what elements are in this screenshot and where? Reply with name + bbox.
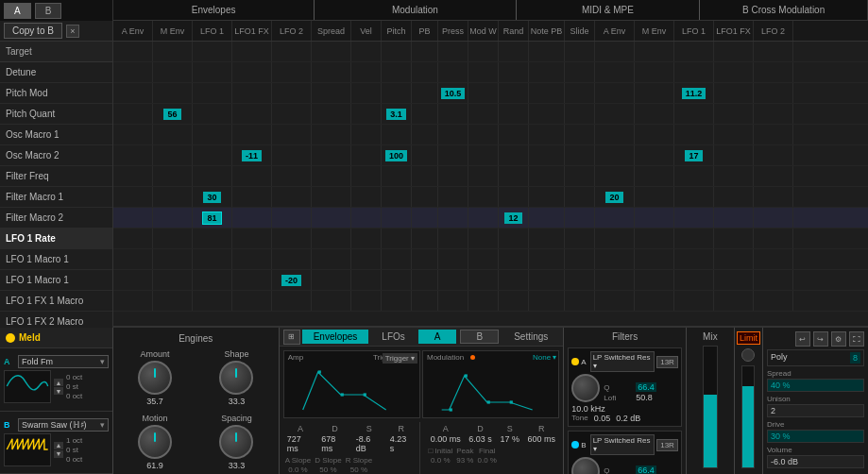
cell[interactable] bbox=[232, 166, 272, 186]
filter-b-db[interactable]: 13R bbox=[656, 439, 678, 451]
cell[interactable] bbox=[754, 42, 793, 61]
cell[interactable] bbox=[232, 187, 272, 207]
cell[interactable] bbox=[272, 166, 312, 186]
cell-ffreq-lfo1fx[interactable]: -11 bbox=[232, 145, 272, 165]
cell[interactable] bbox=[272, 104, 312, 124]
lfos-tab[interactable]: LFOs bbox=[370, 330, 416, 344]
cell[interactable] bbox=[595, 104, 635, 124]
cell[interactable] bbox=[754, 166, 793, 186]
trigger-button[interactable]: Trigger bbox=[383, 353, 417, 364]
cell[interactable] bbox=[714, 42, 754, 61]
cell[interactable] bbox=[438, 249, 468, 269]
nav-down-arrow[interactable]: ▼ bbox=[54, 450, 63, 458]
cell[interactable] bbox=[193, 166, 232, 186]
cell[interactable] bbox=[499, 270, 529, 290]
cell[interactable] bbox=[351, 42, 382, 61]
cell[interactable] bbox=[565, 208, 595, 228]
cell[interactable] bbox=[635, 125, 674, 144]
cell[interactable] bbox=[499, 187, 529, 207]
meld-led[interactable] bbox=[6, 333, 15, 343]
cell[interactable] bbox=[438, 166, 468, 186]
cell[interactable] bbox=[232, 249, 272, 269]
cell[interactable] bbox=[438, 229, 468, 248]
filter-b-led[interactable] bbox=[571, 441, 579, 449]
cell[interactable] bbox=[438, 125, 468, 144]
cell[interactable] bbox=[232, 270, 272, 290]
shape-knob[interactable] bbox=[219, 361, 253, 395]
cell[interactable] bbox=[674, 125, 714, 144]
list-item[interactable]: LFO 1 FX 1 Macro bbox=[0, 291, 112, 312]
cell[interactable] bbox=[351, 208, 382, 228]
cell[interactable] bbox=[312, 208, 351, 228]
inst-b-name[interactable]: Swarm Saw (ℍ♯) ▾ bbox=[18, 418, 109, 432]
settings-tab[interactable]: Settings bbox=[502, 330, 559, 344]
cell[interactable] bbox=[153, 187, 193, 207]
cell[interactable] bbox=[382, 166, 412, 186]
cell[interactable] bbox=[529, 42, 565, 61]
cell[interactable] bbox=[499, 83, 529, 103]
redo-icon[interactable]: ↪ bbox=[813, 331, 828, 347]
cell[interactable] bbox=[499, 229, 529, 248]
cell[interactable] bbox=[113, 104, 153, 124]
cell[interactable] bbox=[312, 145, 351, 165]
cell[interactable] bbox=[468, 270, 499, 290]
cell[interactable] bbox=[674, 62, 714, 82]
cell[interactable] bbox=[272, 229, 312, 248]
cell[interactable] bbox=[312, 42, 351, 61]
cell[interactable] bbox=[113, 83, 153, 103]
cell[interactable] bbox=[153, 229, 193, 248]
motion-knob[interactable] bbox=[138, 425, 172, 459]
cell[interactable] bbox=[595, 229, 635, 248]
cell[interactable] bbox=[382, 187, 412, 207]
cell[interactable] bbox=[312, 166, 351, 186]
cell[interactable] bbox=[272, 62, 312, 82]
cell[interactable] bbox=[312, 187, 351, 207]
cell[interactable] bbox=[754, 83, 793, 103]
cell[interactable] bbox=[382, 229, 412, 248]
cell[interactable] bbox=[595, 166, 635, 186]
cell[interactable] bbox=[382, 270, 412, 290]
cell[interactable] bbox=[499, 145, 529, 165]
cell[interactable] bbox=[529, 208, 565, 228]
cell[interactable] bbox=[565, 104, 595, 124]
cell[interactable] bbox=[113, 62, 153, 82]
filter-b-type[interactable]: LP Switched Res ▾ bbox=[590, 434, 655, 455]
cell[interactable] bbox=[312, 104, 351, 124]
cell[interactable] bbox=[272, 187, 312, 207]
cell-osc1-pitch[interactable]: 3.1 bbox=[382, 104, 412, 124]
cell[interactable] bbox=[754, 249, 793, 269]
cell[interactable] bbox=[382, 249, 412, 269]
limit-title[interactable]: Limit bbox=[737, 331, 760, 345]
cell[interactable] bbox=[193, 229, 232, 248]
cell[interactable] bbox=[529, 187, 565, 207]
cell[interactable] bbox=[714, 229, 754, 248]
cell[interactable] bbox=[412, 208, 438, 228]
cell[interactable] bbox=[714, 83, 754, 103]
cell[interactable] bbox=[529, 249, 565, 269]
cell[interactable] bbox=[754, 187, 793, 207]
filter-a-led[interactable] bbox=[571, 358, 579, 365]
inst-b-nav[interactable]: ▲ ▼ bbox=[54, 442, 63, 458]
settings-icon[interactable]: ⚙ bbox=[831, 331, 846, 347]
cell[interactable] bbox=[113, 249, 153, 269]
cell[interactable] bbox=[754, 208, 793, 228]
cell[interactable] bbox=[674, 166, 714, 186]
cell[interactable] bbox=[351, 83, 382, 103]
cell[interactable] bbox=[529, 62, 565, 82]
cell[interactable] bbox=[714, 125, 754, 144]
cell[interactable] bbox=[674, 229, 714, 248]
cell[interactable] bbox=[438, 208, 468, 228]
cell[interactable] bbox=[635, 229, 674, 248]
cell[interactable] bbox=[635, 166, 674, 186]
cell[interactable] bbox=[113, 187, 153, 207]
cell[interactable] bbox=[499, 125, 529, 144]
cell[interactable] bbox=[714, 249, 754, 269]
poly-value[interactable]: 8 bbox=[850, 352, 860, 364]
copy-to-b-button[interactable]: Copy to B bbox=[4, 23, 62, 39]
tab-b[interactable]: B bbox=[35, 3, 62, 19]
cell[interactable] bbox=[193, 62, 232, 82]
cell[interactable] bbox=[595, 125, 635, 144]
cell[interactable] bbox=[635, 270, 674, 290]
cell-pitch-quant-press[interactable]: 10.5 bbox=[438, 83, 468, 103]
limit-led[interactable] bbox=[741, 348, 755, 362]
